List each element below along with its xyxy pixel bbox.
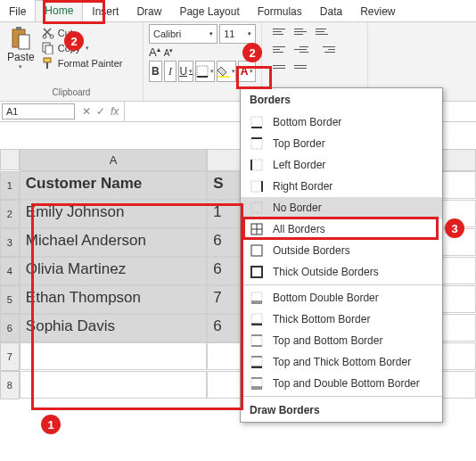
increase-indent-button[interactable] [294,60,314,74]
annotation-badge-1: 1 [41,415,61,434]
tab-data[interactable]: Data [311,2,351,21]
cell-a3[interactable]: Michael Anderson [20,228,207,257]
svg-rect-7 [44,58,51,62]
cell-b3[interactable]: 6 [207,228,244,257]
cell-a5[interactable]: Ethan Thompson [20,285,207,314]
cell-a6[interactable]: Sophia Davis [20,314,207,342]
cancel-icon[interactable]: ✕ [82,105,91,118]
dd-right-border[interactable]: Right Border [241,176,442,197]
paste-icon [10,26,31,51]
dd-top-and-bottom-border[interactable]: Top and Bottom Border [241,330,442,351]
dd-thick-outside-borders[interactable]: Thick Outside Borders [241,261,442,283]
svg-rect-20 [251,202,262,213]
tab-home[interactable]: Home [35,0,83,21]
row-header-6[interactable]: 6 [0,314,20,342]
bottom-double-icon [250,291,264,305]
thick-outside-icon [250,265,264,279]
top-double-bottom-icon [250,376,264,391]
svg-rect-24 [251,245,262,256]
tab-draw[interactable]: Draw [127,2,170,21]
cell-b5[interactable]: 7 [207,285,244,314]
dd-top-and-thick-bottom-border[interactable]: Top and Thick Bottom Border [241,351,442,373]
align-top-button[interactable] [273,24,292,38]
row-header-4[interactable]: 4 [0,257,20,285]
row-header-3[interactable]: 3 [0,228,20,257]
annotation-badge-2b: 2 [242,43,262,62]
tab-file[interactable]: File [0,2,35,21]
name-box[interactable]: A1 [2,103,75,119]
align-middle-button[interactable] [294,24,314,38]
col-header-b[interactable] [207,149,244,171]
thick-bottom-icon [250,312,264,326]
outside-borders-icon [250,243,264,258]
cell-b2[interactable]: 1 [207,200,244,228]
dd-thick-bottom-border[interactable]: Thick Bottom Border [241,309,442,330]
align-left-button[interactable] [273,42,292,56]
cut-icon [42,27,54,39]
fill-color-button[interactable]: ▾ [217,61,236,82]
bold-button[interactable]: B [149,61,162,82]
cell-b4[interactable]: 6 [207,257,244,285]
dd-left-border[interactable]: Left Border [241,154,442,176]
cell-a1[interactable]: Customer Name [20,171,207,200]
increase-font-icon[interactable]: A▴ [149,45,160,59]
format-painter-button[interactable]: Format Painter [40,56,125,70]
svg-rect-1 [16,27,21,30]
decrease-indent-button[interactable] [273,60,292,74]
select-all-corner[interactable] [0,149,20,170]
clipboard-group-label: Clipboard [5,87,137,99]
dropdown-title: Borders [241,88,442,111]
font-size-select[interactable]: 11▾ [219,24,256,44]
dd-top-and-double-bottom-border[interactable]: Top and Double Bottom Border [241,373,442,394]
svg-rect-12 [251,117,262,128]
font-name-select[interactable]: Calibri▾ [149,24,217,44]
row-header-7[interactable]: 7 [0,342,20,371]
svg-point-4 [50,35,53,38]
row-header-1[interactable]: 1 [0,171,20,200]
copy-icon [42,42,54,54]
annotation-badge-3: 3 [445,218,464,238]
cell-b6[interactable]: 6 [207,314,244,342]
decrease-font-icon[interactable]: A▾ [164,47,174,58]
svg-rect-31 [251,335,262,346]
align-center-button[interactable] [294,42,314,56]
dd-bottom-border[interactable]: Bottom Border [241,111,442,133]
svg-rect-29 [251,314,262,325]
underline-button[interactable]: U▾ [178,61,193,82]
row-header-8[interactable]: 8 [0,371,20,399]
borders-dropdown: Borders Bottom Border Top Border Left Bo… [240,87,443,423]
cell-a2[interactable]: Emily Johnson [20,200,207,228]
svg-rect-14 [251,138,262,149]
align-right-button[interactable] [316,42,335,56]
tab-formulas[interactable]: Formulas [249,2,311,21]
italic-button[interactable]: I [164,61,177,82]
right-border-icon [250,179,264,193]
cell-a7[interactable] [20,342,207,370]
borders-button[interactable]: ▾ [195,61,215,82]
cell-a4[interactable]: Olivia Martinez [20,257,207,285]
dd-top-border[interactable]: Top Border [241,133,442,154]
enter-icon[interactable]: ✓ [96,105,105,118]
col-header-a[interactable]: A [20,149,207,171]
dd-outside-borders[interactable]: Outside Borders [241,240,442,261]
align-bottom-button[interactable] [316,24,335,38]
row-header-2[interactable]: 2 [0,200,20,228]
dd-no-border[interactable]: No Border [241,197,442,218]
row-header-5[interactable]: 5 [0,285,20,314]
tab-page-layout[interactable]: Page Layout [170,2,248,21]
format-painter-icon [42,57,54,70]
dd-bottom-double-border[interactable]: Bottom Double Border [241,287,442,309]
svg-rect-8 [46,62,48,69]
fill-color-icon [217,65,230,78]
paste-button[interactable]: Paste ▾ [5,24,37,72]
all-borders-icon [250,222,264,236]
tab-insert[interactable]: Insert [83,2,127,21]
cell-a8[interactable] [20,371,207,399]
svg-rect-18 [251,181,262,192]
fx-icon[interactable]: fx [111,105,119,118]
dd-all-borders[interactable]: All Borders [241,218,442,240]
formula-bar-icons: ✕ ✓ fx [77,105,124,118]
cell-b1[interactable]: S [207,171,244,200]
tab-review[interactable]: Review [351,2,404,21]
font-color-button[interactable]: A▾ [238,61,256,82]
